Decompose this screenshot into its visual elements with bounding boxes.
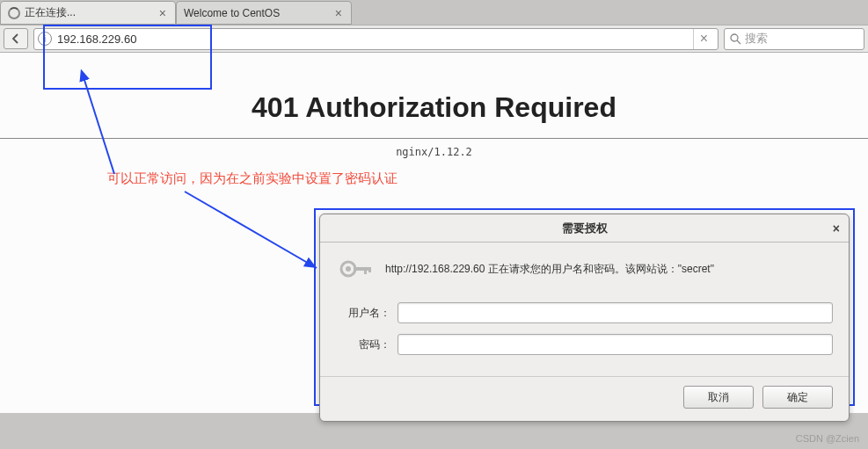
search-bar[interactable]: 搜索 bbox=[724, 28, 864, 50]
dialog-header: 需要授权 × bbox=[320, 214, 849, 243]
back-button[interactable] bbox=[4, 28, 28, 49]
close-icon[interactable]: × bbox=[833, 221, 840, 235]
divider bbox=[0, 138, 868, 139]
arrow-left-icon bbox=[10, 33, 22, 45]
auth-dialog: 需要授权 × http://192.168.229.60 正在请求您的用户名和密… bbox=[319, 214, 850, 422]
server-info: nginx/1.12.2 bbox=[0, 146, 868, 158]
annotation-text: 可以正常访问，因为在之前实验中设置了密码认证 bbox=[107, 170, 398, 187]
tab-bar: 正在连接... × Welcome to CentOS × bbox=[0, 0, 868, 25]
tab-title: 正在连接... bbox=[25, 5, 157, 20]
close-icon[interactable]: × bbox=[157, 6, 168, 20]
close-icon[interactable]: × bbox=[333, 6, 344, 20]
tab-inactive[interactable]: Welcome to CentOS × bbox=[176, 1, 352, 25]
watermark: CSDN @Zcien bbox=[796, 433, 859, 444]
dialog-footer: 取消 确定 bbox=[320, 376, 849, 421]
svg-line-1 bbox=[737, 40, 740, 44]
svg-rect-8 bbox=[368, 267, 371, 272]
search-icon bbox=[730, 33, 741, 45]
dialog-body: http://192.168.229.60 正在请求您的用户名和密码。该网站说：… bbox=[320, 243, 849, 376]
ok-button[interactable]: 确定 bbox=[762, 386, 833, 409]
tab-title: Welcome to CentOS bbox=[184, 7, 333, 19]
dialog-message: http://192.168.229.60 正在请求您的用户名和密码。该网站说：… bbox=[385, 262, 714, 277]
search-placeholder: 搜索 bbox=[745, 31, 768, 47]
password-input[interactable] bbox=[398, 334, 833, 355]
loading-spinner-icon bbox=[8, 7, 20, 19]
svg-rect-6 bbox=[354, 267, 369, 271]
cancel-button[interactable]: 取消 bbox=[683, 386, 754, 409]
page-title: 401 Authorization Required bbox=[0, 91, 868, 124]
key-icon bbox=[336, 253, 375, 285]
password-label: 密码： bbox=[336, 337, 390, 352]
svg-point-0 bbox=[731, 34, 738, 41]
tab-active[interactable]: 正在连接... × bbox=[0, 1, 176, 25]
highlight-box-url bbox=[43, 25, 212, 90]
svg-point-5 bbox=[346, 266, 351, 272]
svg-rect-7 bbox=[364, 267, 367, 274]
username-label: 用户名： bbox=[336, 306, 390, 321]
username-input[interactable] bbox=[398, 302, 833, 323]
clear-icon[interactable]: × bbox=[693, 29, 714, 49]
dialog-title: 需要授权 bbox=[562, 221, 608, 236]
